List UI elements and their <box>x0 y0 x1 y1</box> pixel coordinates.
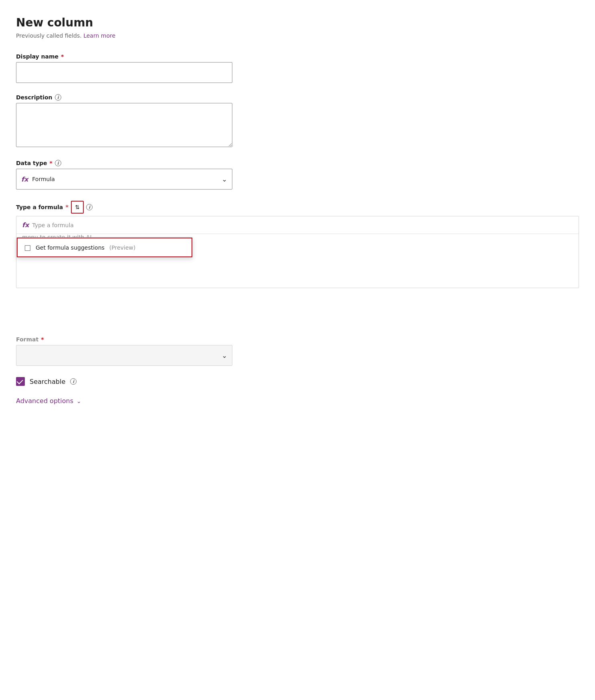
suggestion-preview: (Preview) <box>109 244 135 251</box>
data-type-group: Data type * i fx Formula ⌄ <box>16 160 579 190</box>
format-chevron-icon: ⌄ <box>222 352 227 359</box>
format-select: ⌄ <box>16 345 232 366</box>
data-type-select-wrapper: fx Formula ⌄ <box>16 169 232 190</box>
description-info-icon[interactable]: i <box>55 94 61 101</box>
searchable-checkbox[interactable] <box>16 377 25 386</box>
formula-label-row: Type a formula * ⇅ i <box>16 201 579 214</box>
searchable-info-icon[interactable]: i <box>70 378 77 385</box>
formula-top-bar: fx Type a formula <box>16 216 579 234</box>
advanced-options-label: Advanced options <box>16 397 73 405</box>
formula-suggestion-dropdown: □ Get formula suggestions (Preview) <box>16 237 193 258</box>
advanced-options-row[interactable]: Advanced options ⌄ <box>16 397 579 405</box>
format-required: * <box>41 336 44 343</box>
data-type-chevron-icon: ⌄ <box>222 176 227 183</box>
formula-icon: fx <box>21 176 28 183</box>
description-group: Description i <box>16 94 579 149</box>
data-type-required: * <box>49 160 52 166</box>
display-name-label: Display name * <box>16 53 579 60</box>
searchable-label: Searchable <box>30 378 65 385</box>
description-input[interactable] <box>16 103 232 147</box>
searchable-row: Searchable i <box>16 377 579 386</box>
formula-label: Type a formula <box>16 204 63 210</box>
get-formula-suggestions-item[interactable]: □ Get formula suggestions (Preview) <box>17 238 192 257</box>
chat-icon: □ <box>24 243 31 252</box>
learn-more-link[interactable]: Learn more <box>83 32 115 39</box>
formula-placeholder[interactable]: Type a formula <box>32 222 74 228</box>
formula-editor-area: fx Type a formula menu to create it with… <box>16 216 579 288</box>
data-type-info-icon[interactable]: i <box>55 160 61 166</box>
formula-info-icon[interactable]: i <box>86 204 93 210</box>
display-name-input[interactable] <box>16 62 232 83</box>
page-title: New column <box>16 16 579 29</box>
format-label: Format * <box>16 336 579 343</box>
formula-editor-wrapper: fx Type a formula menu to create it with… <box>16 216 579 288</box>
data-type-label: Data type * i <box>16 160 579 166</box>
display-name-required: * <box>61 53 64 60</box>
formula-expand-button[interactable]: ⇅ <box>71 201 84 214</box>
data-type-value: Formula <box>32 176 55 182</box>
formula-group: Type a formula * ⇅ i fx Type a formula m… <box>16 201 579 288</box>
data-type-select[interactable]: fx Formula ⌄ <box>16 169 232 190</box>
advanced-options-chevron-icon: ⌄ <box>77 398 81 404</box>
page-subtitle: Previously called fields. Learn more <box>16 32 579 39</box>
formula-required: * <box>65 204 69 211</box>
suggestion-item-label: Get formula suggestions <box>36 244 105 251</box>
format-group: Format * ⌄ <box>16 336 579 366</box>
formula-bar-icon: fx <box>22 221 29 229</box>
description-label: Description i <box>16 94 579 101</box>
display-name-group: Display name * <box>16 53 579 83</box>
